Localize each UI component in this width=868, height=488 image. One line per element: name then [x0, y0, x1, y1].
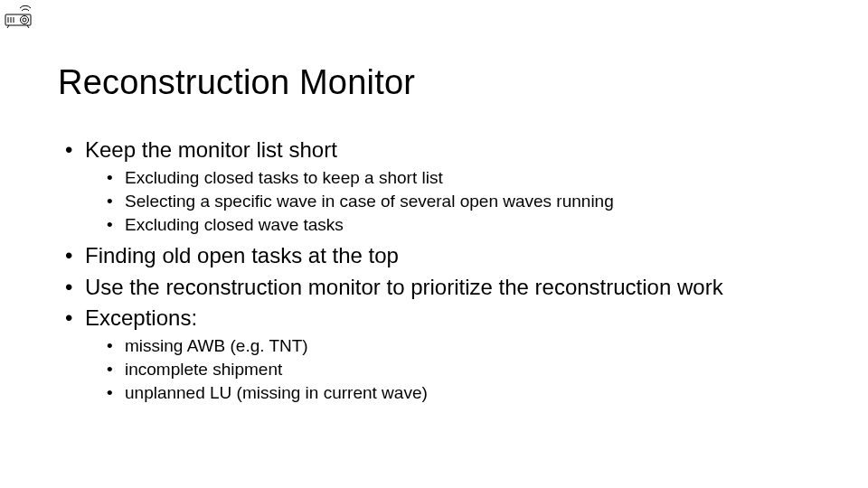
slide: Reconstruction Monitor Keep the monitor …: [0, 0, 868, 488]
slide-title: Reconstruction Monitor: [58, 63, 415, 102]
list-item: Keep the monitor list short Excluding cl…: [65, 136, 832, 236]
list-item-text: Selecting a specific wave in case of sev…: [125, 192, 614, 211]
list-item: Excluding closed tasks to keep a short l…: [107, 166, 832, 190]
list-item: Excluding closed wave tasks: [107, 213, 832, 237]
slide-body: Keep the monitor list short Excluding cl…: [65, 136, 832, 409]
list-item: Use the reconstruction monitor to priori…: [65, 273, 832, 302]
list-item-text: Excluding closed wave tasks: [125, 215, 344, 234]
list-item-text: Use the reconstruction monitor to priori…: [85, 275, 723, 299]
list-item-text: Exceptions:: [85, 305, 197, 330]
list-item-text: Keep the monitor list short: [85, 137, 337, 162]
svg-point-5: [23, 18, 26, 22]
projector-icon: [4, 5, 34, 33]
list-item-text: incomplete shipment: [125, 360, 282, 379]
list-item-text: Finding old open tasks at the top: [85, 243, 399, 267]
bullet-list: Keep the monitor list short Excluding cl…: [65, 136, 832, 404]
list-item-text: Excluding closed tasks to keep a short l…: [125, 168, 443, 187]
list-item: missing AWB (e.g. TNT): [107, 334, 832, 358]
sub-bullet-list: Excluding closed tasks to keep a short l…: [85, 166, 832, 236]
svg-rect-0: [5, 14, 31, 25]
list-item: Selecting a specific wave in case of sev…: [107, 190, 832, 213]
list-item: unplanned LU (missing in current wave): [107, 381, 832, 405]
svg-point-4: [21, 16, 29, 24]
list-item-text: unplanned LU (missing in current wave): [125, 383, 428, 402]
list-item: Finding old open tasks at the top: [65, 241, 832, 270]
list-item: Exceptions: missing AWB (e.g. TNT) incom…: [65, 304, 832, 404]
sub-bullet-list: missing AWB (e.g. TNT) incomplete shipme…: [85, 334, 832, 404]
list-item-text: missing AWB (e.g. TNT): [125, 336, 308, 355]
list-item: incomplete shipment: [107, 358, 832, 381]
